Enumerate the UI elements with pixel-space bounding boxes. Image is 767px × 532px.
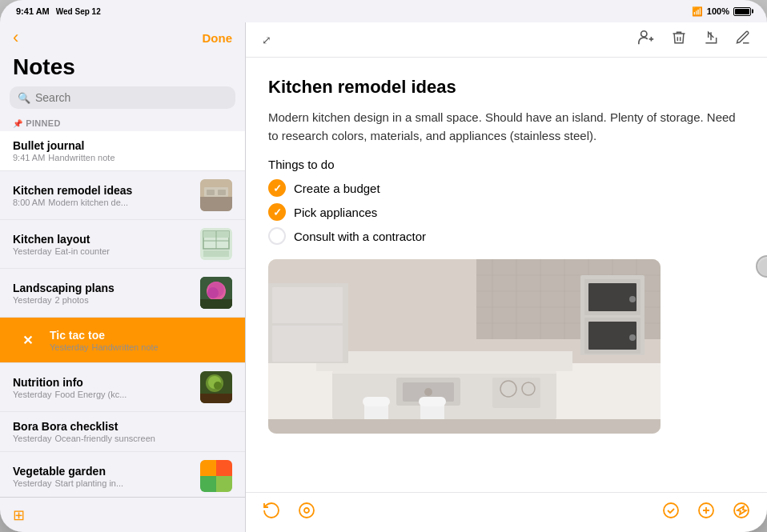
detail-toolbar: ⤢ (246, 22, 767, 58)
note-meta: Yesterday Start planting in... (13, 478, 192, 488)
note-title: Nutrition info (13, 376, 192, 389)
tic-icon-symbol: ✕ (22, 333, 33, 348)
svg-rect-59 (363, 397, 390, 406)
status-icons: 📶 100% (692, 6, 751, 17)
note-item-nutrition[interactable]: Nutrition info Yesterday Food Energy (kc… (0, 363, 245, 412)
main-content: ‹ Done Notes 🔍 📌 PINNED Bullet journal (0, 22, 767, 532)
wifi-icon: 📶 (692, 6, 703, 17)
note-meta: Yesterday Food Energy (kc... (13, 390, 192, 399)
note-title: Tic tac toe (50, 329, 232, 342)
note-title: Kitchen remodel ideas (13, 184, 192, 197)
note-thumbnail (200, 460, 232, 492)
bottom-left-actions (262, 501, 316, 524)
note-thumbnail (200, 228, 232, 260)
detail-panel: ⤢ (246, 22, 767, 532)
pen-button[interactable] (732, 501, 751, 524)
note-text: Landscaping plans Yesterday 2 photos (13, 282, 192, 305)
kitchen-image (268, 259, 661, 434)
note-text: Vegetable garden Yesterday Start plantin… (13, 465, 192, 488)
note-text: Bullet journal 9:41 AM Handwritten note (13, 139, 232, 162)
svg-rect-61 (419, 397, 446, 406)
done-button[interactable]: Done (203, 31, 233, 45)
trash-button[interactable] (671, 29, 687, 50)
svg-rect-22 (216, 460, 232, 476)
note-text: Bora Bora checklist Yesterday Ocean-frie… (13, 420, 232, 443)
back-button[interactable]: ‹ (13, 27, 18, 48)
todo-text-2: Pick appliances (294, 206, 377, 219)
search-input[interactable] (35, 91, 227, 104)
todo-section-title: Things to do (268, 158, 745, 171)
note-item-bora-bora[interactable]: Bora Bora checklist Yesterday Ocean-frie… (0, 412, 245, 452)
svg-point-14 (207, 287, 219, 298)
grid-view-button[interactable]: ⊞ (13, 506, 25, 524)
add-button[interactable] (697, 501, 716, 524)
todo-item-1[interactable]: Create a budget (268, 179, 745, 197)
undo-button[interactable] (262, 501, 281, 524)
note-title: Bullet journal (13, 139, 232, 152)
note-item-bullet-journal[interactable]: Bullet journal 9:41 AM Handwritten note (0, 131, 245, 171)
detail-bottom-bar (246, 492, 767, 532)
todo-list: Create a budget Pick appliances Consult … (268, 179, 745, 245)
svg-point-56 (629, 296, 636, 302)
note-item-kitchen-layout[interactable]: Kitchen layout Yesterday Eat-in counter (0, 220, 245, 269)
svg-point-68 (304, 508, 309, 513)
tic-tac-toe-icon: ✕ (13, 326, 42, 354)
note-heading: Kitchen remodel ideas (268, 77, 745, 98)
svg-rect-65 (268, 419, 661, 434)
note-thumbnail (200, 371, 232, 403)
add-person-button[interactable] (637, 29, 655, 50)
note-item-vegetable-garden[interactable]: Vegetable garden Yesterday Start plantin… (0, 452, 245, 497)
note-meta: 8:00 AM Modern kitchen de... (13, 198, 192, 207)
note-meta: Yesterday Ocean-friendly sunscreen (13, 434, 232, 443)
battery-fill (735, 9, 749, 14)
pinned-section-label: 📌 PINNED (0, 117, 245, 131)
note-meta: 9:41 AM Handwritten note (13, 153, 232, 162)
svg-rect-19 (200, 394, 232, 403)
svg-rect-15 (200, 299, 232, 309)
svg-rect-54 (588, 283, 636, 311)
svg-point-69 (664, 503, 678, 518)
svg-point-67 (299, 503, 314, 518)
expand-button[interactable]: ⤢ (262, 34, 271, 46)
note-thumbnail (200, 179, 232, 211)
notes-list: Bullet journal 9:41 AM Handwritten note … (0, 131, 245, 497)
note-body-text: Modern kitchen design in a small space. … (268, 109, 745, 145)
svg-rect-4 (218, 190, 226, 195)
share-button[interactable] (703, 29, 719, 50)
note-item-landscaping[interactable]: Landscaping plans Yesterday 2 photos (0, 269, 245, 318)
note-meta: Yesterday Handwritten note (50, 342, 232, 352)
note-title: Vegetable garden (13, 465, 192, 478)
note-title: Landscaping plans (13, 282, 192, 294)
svg-point-57 (629, 334, 636, 341)
svg-point-25 (641, 31, 647, 37)
sidebar: ‹ Done Notes 🔍 📌 PINNED Bullet journal (0, 22, 246, 532)
svg-rect-64 (272, 326, 343, 362)
note-title: Bora Bora checklist (13, 420, 232, 433)
svg-rect-55 (588, 322, 636, 350)
note-text: Kitchen remodel ideas 8:00 AM Modern kit… (13, 184, 192, 207)
edit-button[interactable] (735, 30, 751, 50)
sidebar-header: ‹ Done (0, 22, 245, 53)
todo-item-3[interactable]: Consult with a contractor (268, 227, 745, 245)
note-item-kitchen-remodel[interactable]: Kitchen remodel ideas 8:00 AM Modern kit… (0, 171, 245, 220)
sidebar-bottom-bar: ⊞ (0, 497, 245, 532)
bottom-right-actions (661, 501, 751, 524)
todo-checkbox-3[interactable] (268, 227, 286, 245)
todo-text-1: Create a budget (294, 182, 380, 195)
svg-rect-10 (203, 250, 229, 257)
todo-checkbox-1[interactable] (268, 179, 286, 197)
note-item-tic-tac-toe[interactable]: ✕ Tic tac toe Yesterday Handwritten note (0, 318, 245, 363)
todo-text-3: Consult with a contractor (294, 230, 426, 243)
redo-button[interactable] (297, 501, 316, 524)
battery-label: 100% (707, 6, 729, 16)
note-text: Nutrition info Yesterday Food Energy (kc… (13, 376, 192, 399)
svg-rect-66 (332, 371, 556, 374)
todo-checkbox-2[interactable] (268, 203, 286, 221)
todo-item-2[interactable]: Pick appliances (268, 203, 745, 221)
search-bar[interactable]: 🔍 (10, 86, 235, 109)
svg-point-47 (424, 388, 432, 396)
note-meta: Yesterday Eat-in counter (13, 246, 192, 256)
checklist-button[interactable] (661, 501, 681, 524)
battery-icon (733, 7, 751, 16)
note-meta: Yesterday 2 photos (13, 295, 192, 305)
